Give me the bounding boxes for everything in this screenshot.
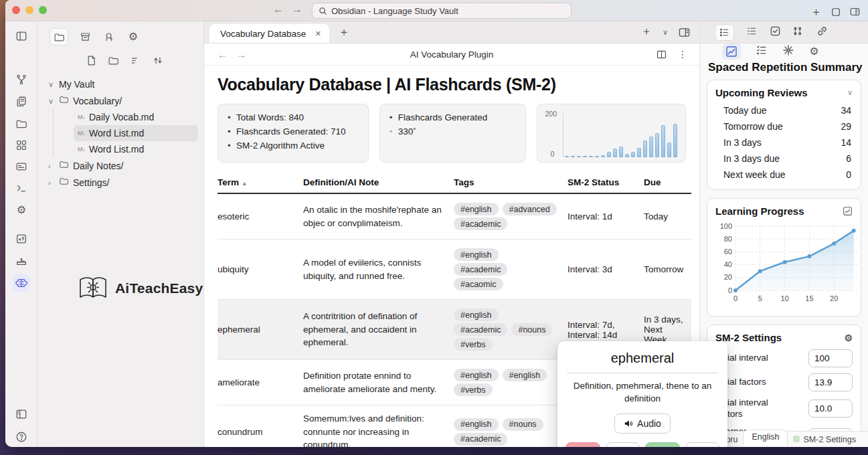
collapse-chevron-icon[interactable]: ∨ <box>847 88 853 97</box>
new-tab-icon[interactable]: ＋ <box>339 24 350 39</box>
folder-rail-icon[interactable] <box>15 117 28 130</box>
svg-text:10: 10 <box>780 294 788 302</box>
good-button[interactable]: Good <box>645 442 680 447</box>
sparkle-panel-icon[interactable] <box>782 44 794 59</box>
line-chart-icon[interactable] <box>843 206 853 216</box>
plugin-gear-icon[interactable]: ⚙ <box>15 203 28 217</box>
checklist-panel-icon[interactable] <box>756 44 768 59</box>
tag-pill[interactable]: #advanced <box>503 203 557 215</box>
minimize-window-button[interactable] <box>25 6 33 14</box>
vault-root-row[interactable]: ∨ My Vault <box>44 76 198 92</box>
archive-tab-icon[interactable] <box>78 29 92 44</box>
reading-view-icon[interactable] <box>656 49 667 60</box>
vault-search-bar[interactable]: Obsidian - Language Study Vault <box>312 3 572 19</box>
chart-panel-icon[interactable] <box>722 43 741 60</box>
tag-pill[interactable]: #nouns <box>503 418 543 431</box>
tab-vocabulary-database[interactable]: Vocabulary Database × <box>209 24 329 43</box>
maximize-icon[interactable] <box>831 7 841 17</box>
initial-factors-input[interactable] <box>808 373 853 391</box>
column-header-sm2[interactable]: SM-2 Status <box>568 173 644 193</box>
sort-numeric-icon[interactable] <box>793 25 804 39</box>
folder-row-settings[interactable]: › Settings/ <box>44 174 198 191</box>
graph-view-icon[interactable] <box>15 73 28 86</box>
column-header-term[interactable]: Term ▲ <box>218 173 303 193</box>
table-row[interactable]: ubiquity A model of eviilerics, connists… <box>218 240 691 300</box>
window-controls <box>12 6 47 14</box>
split-pane-icon[interactable] <box>679 27 690 38</box>
files-tab-icon[interactable] <box>50 28 68 46</box>
easy-button[interactable]: Easy <box>685 442 720 447</box>
outline-view-icon[interactable] <box>746 25 758 39</box>
tag-pill[interactable]: #english <box>454 203 499 215</box>
status-sm2-item[interactable]: SM-2 Settings <box>788 435 861 444</box>
add-pane-icon[interactable]: ＋ <box>641 25 652 39</box>
layers-icon[interactable] <box>15 254 28 268</box>
expand-collapse-icon[interactable] <box>152 55 163 68</box>
column-header-tags[interactable]: Tags <box>454 173 568 193</box>
speaker-icon <box>624 419 633 428</box>
new-folder-icon[interactable] <box>108 55 119 68</box>
tag-pill[interactable]: #english <box>454 369 499 381</box>
status-language-item[interactable]: English <box>743 430 788 445</box>
tag-pill[interactable]: #academic <box>454 263 507 276</box>
panel-gear-icon[interactable]: ⚙ <box>809 46 818 58</box>
tag-pill[interactable]: #nouns <box>511 323 552 336</box>
close-tab-icon[interactable]: × <box>315 28 321 39</box>
sm2-gear-icon[interactable]: ⚙ <box>844 333 853 343</box>
card-view-icon[interactable] <box>15 160 28 173</box>
svg-text:0: 0 <box>728 286 732 294</box>
nav-back-icon[interactable]: ← <box>218 49 228 60</box>
new-window-icon[interactable]: ＋ <box>810 4 822 19</box>
table-row[interactable]: esoteric An otalic in the moshife′rephat… <box>218 193 691 240</box>
terminal-icon[interactable] <box>15 182 28 195</box>
bookmark-search-icon[interactable] <box>102 29 116 44</box>
nav-forward-icon[interactable]: → <box>236 49 246 60</box>
file-row-daily-vocab[interactable]: M↓ Daily Vocab.md <box>74 109 198 125</box>
tag-pill[interactable]: #acaomic <box>454 278 503 290</box>
daily-notes-icon[interactable] <box>15 95 28 108</box>
zoom-window-button[interactable] <box>39 6 47 14</box>
flashcards-mini-bar-bars <box>565 117 678 157</box>
tag-pill[interactable]: #verbs <box>454 338 493 351</box>
tag-pill[interactable]: #english <box>454 308 499 321</box>
tag-pill[interactable]: #english <box>454 248 499 261</box>
history-forward-icon[interactable]: → <box>292 3 302 15</box>
tag-pill[interactable]: #academic <box>454 323 507 336</box>
tag-pill[interactable]: #verbs <box>454 383 493 396</box>
file-row-word-list-2[interactable]: M↓ Word List.md <box>74 141 198 157</box>
review-value: 34 <box>841 105 851 116</box>
close-window-button[interactable] <box>12 6 20 14</box>
initial-interval-factors-input[interactable] <box>808 399 853 418</box>
link-icon[interactable] <box>816 25 828 39</box>
again-button[interactable]: Again <box>566 442 600 447</box>
folder-row-vocabulary[interactable]: ∨ Vocabulary/ <box>44 92 198 109</box>
tag-pill[interactable]: #academic <box>454 217 507 230</box>
column-header-definition[interactable]: Definition/AI Note <box>303 173 454 193</box>
review-label: Next week due <box>723 169 786 180</box>
folder-row-daily-notes[interactable]: › Daily Notes/ <box>44 157 198 174</box>
new-note-icon[interactable] <box>86 55 97 68</box>
column-header-due[interactable]: Due <box>644 173 691 193</box>
checkbox-view-icon[interactable] <box>770 25 781 39</box>
help-icon[interactable] <box>15 430 28 444</box>
audio-button[interactable]: Audio <box>614 414 671 434</box>
tag-pill[interactable]: #academic <box>454 433 507 446</box>
tag-pill[interactable]: #english <box>454 418 499 431</box>
tag-pill[interactable]: #english <box>503 369 547 381</box>
more-options-icon[interactable]: ⋮ <box>678 49 687 60</box>
tab-list-chevron-icon[interactable]: ∨ <box>663 28 668 37</box>
dice-roller-icon[interactable] <box>15 232 28 246</box>
file-row-word-list-selected[interactable]: M↓ Word List.md <box>74 125 198 141</box>
grid-apps-icon[interactable] <box>15 139 28 152</box>
toggle-sidebar-icon[interactable] <box>850 7 860 17</box>
hard-button[interactable]: Hard <box>606 442 640 447</box>
bullet-list-view-icon[interactable] <box>715 24 734 41</box>
bottom-panel-icon[interactable] <box>15 407 28 421</box>
history-back-icon[interactable]: ← <box>273 3 284 15</box>
sort-order-icon[interactable] <box>130 55 141 68</box>
ai-vocabulary-plugin-icon[interactable] <box>13 274 30 292</box>
initial-interval-input[interactable] <box>808 349 853 367</box>
collapse-left-sidebar-icon[interactable] <box>15 29 28 43</box>
view-title: AI Vocabulary Plugin <box>410 50 494 60</box>
file-pane-gear-icon[interactable]: ⚙ <box>126 29 141 44</box>
